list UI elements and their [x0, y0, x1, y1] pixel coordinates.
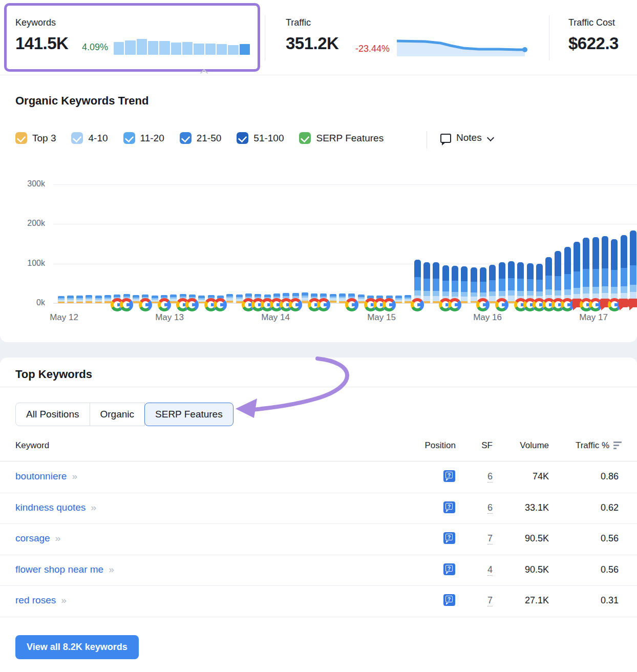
sparkline-bar — [240, 44, 250, 55]
question-mark: ? — [445, 565, 453, 572]
bar-segment — [621, 235, 627, 268]
bar-segment — [461, 297, 468, 301]
trend-bar — [198, 296, 205, 303]
trend-bar — [405, 295, 411, 303]
traffic-metric-value: 351.2K — [286, 34, 338, 53]
top-keywords-tabs: All PositionsOrganicSERP Features — [15, 403, 233, 426]
column-header-traffic-[interactable]: Traffic % — [576, 440, 622, 451]
column-header-volume: Volume — [520, 440, 549, 451]
notes-label: Notes — [456, 132, 482, 143]
filter-label: 11-20 — [140, 133, 164, 144]
keyword-link[interactable]: corsage›› — [15, 533, 59, 544]
tab-serp-features[interactable]: SERP Features — [144, 403, 233, 426]
note-marker-icon[interactable] — [619, 299, 628, 307]
sf-count[interactable]: 6 — [487, 471, 493, 482]
sparkline-bar — [194, 44, 204, 55]
keyword-link[interactable]: kindness quotes›› — [15, 502, 95, 513]
bar-segment — [527, 291, 534, 296]
bar-segment — [508, 301, 515, 303]
filter-label: Top 3 — [32, 133, 56, 144]
sparkline-bar — [205, 44, 216, 55]
notes-divider — [427, 131, 427, 149]
column-header-position: Position — [425, 440, 456, 451]
trend-bar — [67, 296, 74, 303]
question-mark: ? — [445, 503, 453, 510]
collapse-chevron-icon[interactable] — [201, 69, 207, 75]
bar-segment — [433, 291, 439, 296]
open-keyword-chevrons-icon[interactable]: ›› — [72, 471, 76, 481]
bar-segment — [564, 247, 571, 274]
filter-checkbox-top-3[interactable]: Top 3 — [15, 132, 56, 144]
notes-dropdown[interactable]: Notes — [440, 132, 494, 143]
keyword-link[interactable]: boutonniere›› — [15, 471, 76, 482]
bar-segment — [630, 230, 636, 265]
google-serp-icon — [214, 298, 227, 311]
bar-segment — [499, 279, 505, 291]
open-keyword-chevrons-icon[interactable]: ›› — [55, 533, 60, 543]
sort-descending-icon[interactable] — [613, 442, 622, 451]
filter-checkbox-4-10[interactable]: 4-10 — [71, 132, 108, 144]
open-keyword-chevrons-icon[interactable]: ›› — [109, 564, 113, 575]
trend-bar — [302, 292, 308, 303]
bar-segment — [499, 262, 505, 279]
bar-segment — [471, 282, 477, 292]
open-keyword-chevrons-icon[interactable]: ›› — [91, 502, 95, 513]
bar-segment — [442, 291, 449, 296]
x-axis-tick: May 16 — [473, 312, 502, 323]
bar-segment — [339, 301, 346, 303]
serp-position-icon[interactable]: ? — [443, 532, 455, 544]
google-serp-icon — [317, 298, 330, 311]
filter-checkbox-serp-features[interactable]: SERP Features — [299, 132, 384, 144]
bar-segment — [536, 264, 543, 280]
trend-bar — [395, 296, 402, 303]
trend-bar — [602, 236, 608, 303]
sf-count[interactable]: 4 — [487, 564, 493, 576]
bar-segment — [104, 301, 111, 303]
filter-checkbox-11-20[interactable]: 11-20 — [123, 132, 164, 144]
bar-segment — [330, 301, 336, 303]
bar-segment — [480, 282, 486, 292]
bar-segment — [611, 270, 618, 287]
serp-position-icon[interactable]: ? — [443, 594, 455, 606]
trend-bar — [555, 251, 561, 303]
checkbox-icon — [123, 132, 135, 144]
bar-segment — [545, 257, 552, 276]
open-keyword-chevrons-icon[interactable]: ›› — [61, 595, 66, 605]
filter-checkbox-21-50[interactable]: 21-50 — [180, 132, 222, 144]
serp-position-icon[interactable]: ? — [443, 501, 455, 513]
filter-checkbox-51-100[interactable]: 51-100 — [237, 132, 284, 144]
bar-segment — [414, 260, 421, 277]
bar-segment — [517, 291, 524, 296]
bar-segment — [423, 301, 430, 303]
trend-bar — [499, 262, 505, 303]
top-keywords-card: Top Keywords All PositionsOrganicSERP Fe… — [0, 358, 637, 672]
keyword-link[interactable]: flower shop near me›› — [15, 564, 113, 575]
keywords-sparkline — [114, 36, 250, 55]
note-marker-icon[interactable] — [628, 299, 637, 307]
sparkline-bar — [182, 42, 193, 55]
sf-count[interactable]: 6 — [487, 502, 493, 514]
google-serp-icon — [345, 298, 358, 311]
sf-count[interactable]: 7 — [487, 595, 493, 606]
tab-all-positions[interactable]: All Positions — [15, 403, 90, 426]
bar-segment — [508, 296, 515, 301]
keywords-metric-value: 141.5K — [15, 34, 68, 53]
bar-segment — [461, 266, 468, 281]
bar-segment — [86, 301, 92, 303]
sf-count[interactable]: 7 — [487, 533, 493, 544]
serp-position-icon[interactable]: ? — [443, 470, 455, 482]
trend-bar — [574, 242, 580, 303]
y-axis-tick: 0k — [4, 298, 45, 307]
view-all-keywords-button[interactable]: View all 8.2K keywords — [15, 635, 139, 659]
bar-segment — [508, 290, 515, 296]
trend-bar — [414, 260, 421, 303]
summary-divider — [0, 75, 637, 75]
tab-organic[interactable]: Organic — [90, 403, 145, 426]
keyword-link[interactable]: red roses›› — [15, 595, 66, 606]
bar-segment — [602, 286, 608, 293]
filter-label: 51-100 — [253, 133, 284, 144]
serp-position-icon[interactable]: ? — [443, 563, 455, 575]
annotation-arrow — [220, 355, 374, 422]
bar-segment — [630, 265, 636, 285]
traffic-cost-metric-value: $622.3 — [568, 34, 619, 53]
